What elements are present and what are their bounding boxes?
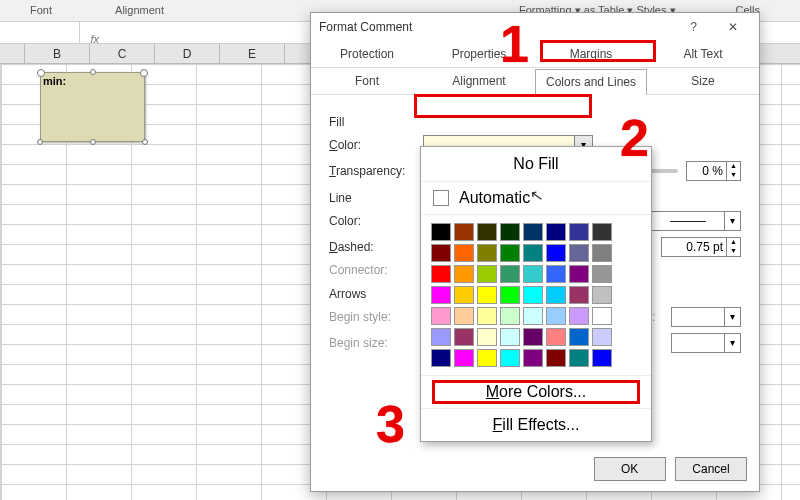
color-swatch[interactable] bbox=[477, 286, 497, 304]
color-swatch[interactable] bbox=[477, 307, 497, 325]
weight-spinner[interactable]: 0.75 pt ▲▼ bbox=[661, 237, 741, 257]
column-header[interactable] bbox=[0, 44, 25, 63]
color-swatch[interactable] bbox=[454, 223, 474, 241]
end-size-dropdown[interactable]: ▾ bbox=[671, 333, 741, 353]
color-swatch[interactable] bbox=[454, 307, 474, 325]
dialog-title: Format Comment bbox=[319, 20, 412, 34]
color-swatch[interactable] bbox=[546, 349, 566, 367]
label-begin-style: Begin style: bbox=[329, 310, 415, 324]
color-swatch[interactable] bbox=[592, 244, 612, 262]
color-swatch[interactable] bbox=[454, 328, 474, 346]
color-swatch[interactable] bbox=[569, 244, 589, 262]
section-fill: Fill bbox=[329, 115, 741, 129]
dialog-titlebar[interactable]: Format Comment ? ✕ bbox=[311, 13, 759, 41]
color-swatch[interactable] bbox=[569, 265, 589, 283]
color-swatch[interactable] bbox=[546, 223, 566, 241]
color-swatch[interactable] bbox=[431, 349, 451, 367]
tab-font[interactable]: Font bbox=[311, 68, 423, 94]
ribbon-group-alignment: Alignment bbox=[85, 0, 194, 16]
comment-text: min: bbox=[43, 75, 66, 87]
label-connector: Connector: bbox=[329, 263, 415, 277]
cancel-button[interactable]: Cancel bbox=[675, 457, 747, 481]
color-swatch[interactable] bbox=[546, 328, 566, 346]
label-begin-size: Begin size: bbox=[329, 336, 415, 350]
color-swatch[interactable] bbox=[592, 286, 612, 304]
help-button[interactable]: ? bbox=[676, 20, 712, 34]
label-transparency: Transparency: bbox=[329, 164, 415, 178]
color-swatch[interactable] bbox=[477, 223, 497, 241]
no-fill-option[interactable]: No Fill bbox=[421, 147, 651, 182]
color-swatch[interactable] bbox=[523, 286, 543, 304]
end-style-dropdown[interactable]: ▾ bbox=[671, 307, 741, 327]
color-swatch[interactable] bbox=[500, 286, 520, 304]
color-swatch[interactable] bbox=[454, 244, 474, 262]
column-header[interactable]: E bbox=[220, 44, 285, 63]
color-swatch[interactable] bbox=[500, 265, 520, 283]
color-swatch[interactable] bbox=[431, 244, 451, 262]
automatic-swatch bbox=[433, 190, 449, 206]
color-swatch[interactable] bbox=[454, 265, 474, 283]
tab-colors-and-lines[interactable]: Colors and Lines bbox=[535, 69, 647, 95]
ribbon-group-font: Font bbox=[0, 0, 82, 16]
color-swatch[interactable] bbox=[569, 349, 589, 367]
tab-properties[interactable]: Properties bbox=[423, 41, 535, 67]
color-swatch[interactable] bbox=[477, 244, 497, 262]
tab-alignment[interactable]: Alignment bbox=[423, 68, 535, 94]
color-swatch[interactable] bbox=[500, 349, 520, 367]
column-header[interactable]: B bbox=[25, 44, 90, 63]
tab-alt-text[interactable]: Alt Text bbox=[647, 41, 759, 67]
color-swatch[interactable] bbox=[431, 223, 451, 241]
comment-box[interactable]: min: bbox=[40, 72, 145, 142]
color-swatch[interactable] bbox=[477, 265, 497, 283]
color-swatch[interactable] bbox=[546, 265, 566, 283]
automatic-option[interactable]: Automatic bbox=[421, 182, 651, 215]
color-swatch[interactable] bbox=[477, 349, 497, 367]
color-swatch[interactable] bbox=[500, 307, 520, 325]
color-swatch[interactable] bbox=[500, 223, 520, 241]
color-swatch[interactable] bbox=[569, 307, 589, 325]
column-header[interactable]: D bbox=[155, 44, 220, 63]
ok-button[interactable]: OK bbox=[594, 457, 666, 481]
close-button[interactable]: ✕ bbox=[715, 20, 751, 34]
color-swatch[interactable] bbox=[569, 223, 589, 241]
color-swatch[interactable] bbox=[431, 307, 451, 325]
color-swatch[interactable] bbox=[592, 307, 612, 325]
transparency-spinner[interactable]: 0 % ▲▼ bbox=[686, 161, 741, 181]
color-swatch[interactable] bbox=[546, 244, 566, 262]
color-swatch[interactable] bbox=[569, 328, 589, 346]
color-swatch[interactable] bbox=[454, 286, 474, 304]
color-swatch[interactable] bbox=[523, 265, 543, 283]
fill-effects-link[interactable]: Fill Effects... bbox=[421, 408, 651, 441]
color-swatch[interactable] bbox=[569, 286, 589, 304]
tab-protection[interactable]: Protection bbox=[311, 41, 423, 67]
color-swatch[interactable] bbox=[523, 223, 543, 241]
dialog-tabs-row1: ProtectionPropertiesMarginsAlt Text bbox=[311, 41, 759, 68]
color-swatch[interactable] bbox=[592, 328, 612, 346]
column-header[interactable]: C bbox=[90, 44, 155, 63]
line-style-dropdown[interactable]: ———▾ bbox=[651, 211, 741, 231]
color-swatch[interactable] bbox=[477, 328, 497, 346]
color-swatch[interactable] bbox=[500, 244, 520, 262]
dialog-tabs-row2: FontAlignmentColors and LinesSize bbox=[311, 68, 759, 95]
color-swatch[interactable] bbox=[431, 328, 451, 346]
label-dashed: Dashed: bbox=[329, 240, 415, 254]
color-swatch[interactable] bbox=[523, 328, 543, 346]
more-colors-link[interactable]: More Colors... bbox=[421, 375, 651, 408]
color-swatch[interactable] bbox=[523, 349, 543, 367]
color-swatch[interactable] bbox=[523, 307, 543, 325]
tab-size[interactable]: Size bbox=[647, 68, 759, 94]
color-swatch[interactable] bbox=[431, 265, 451, 283]
color-swatch[interactable] bbox=[592, 265, 612, 283]
color-swatch[interactable] bbox=[546, 286, 566, 304]
color-swatch[interactable] bbox=[592, 223, 612, 241]
color-swatch[interactable] bbox=[592, 349, 612, 367]
color-swatch[interactable] bbox=[431, 286, 451, 304]
color-swatch[interactable] bbox=[500, 328, 520, 346]
color-picker-popover: No Fill Automatic More Colors... Fill Ef… bbox=[420, 146, 652, 442]
color-swatch[interactable] bbox=[546, 307, 566, 325]
tab-margins[interactable]: Margins bbox=[535, 41, 647, 67]
color-swatch[interactable] bbox=[523, 244, 543, 262]
label-line-color: Color: bbox=[329, 214, 415, 228]
color-swatch[interactable] bbox=[454, 349, 474, 367]
name-box[interactable] bbox=[0, 22, 80, 43]
